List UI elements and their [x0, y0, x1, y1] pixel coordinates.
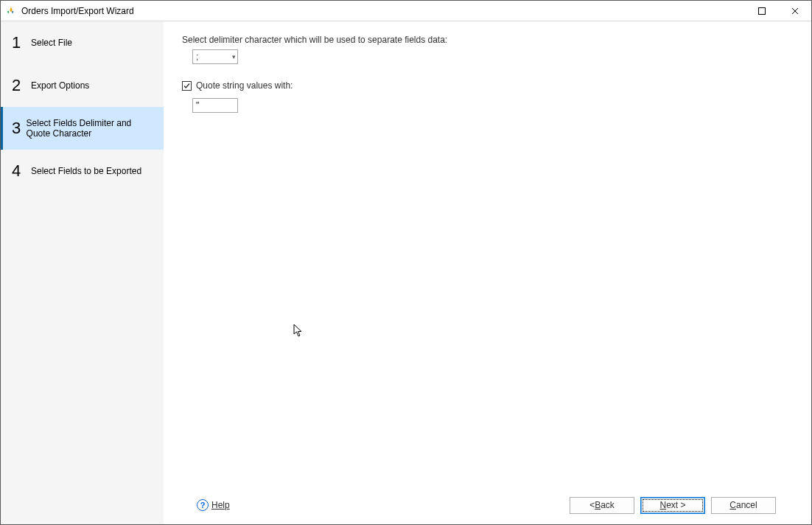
app-icon — [5, 5, 17, 17]
help-link[interactable]: ? Help — [197, 499, 230, 511]
wizard-body: 1 Select File 2 Export Options 3 Select … — [1, 21, 811, 524]
maximize-button[interactable] — [745, 1, 778, 21]
step-export-options[interactable]: 2 Export Options — [1, 64, 164, 107]
step-select-file[interactable]: 1 Select File — [1, 21, 164, 64]
steps-sidebar: 1 Select File 2 Export Options 3 Select … — [1, 21, 164, 524]
step-number: 4 — [12, 161, 31, 181]
quote-checkbox[interactable] — [182, 81, 192, 91]
svg-rect-0 — [758, 7, 765, 14]
chevron-down-icon: ▾ — [232, 53, 236, 60]
delimiter-instruction: Select delimiter character which will be… — [182, 35, 794, 45]
delimiter-combo[interactable]: ; ▾ — [192, 49, 238, 64]
step-number: 1 — [12, 33, 31, 52]
close-button[interactable] — [778, 1, 811, 21]
back-button[interactable]: < Back — [570, 497, 634, 514]
quote-checkbox-row: Quote string values with: — [182, 80, 794, 91]
wizard-window: Orders Import/Export Wizard 1 Select Fil… — [0, 0, 812, 525]
help-label: Help — [211, 500, 230, 510]
footer: ? Help < Back Next > Cancel — [182, 486, 794, 524]
step-number: 3 — [12, 119, 27, 138]
delimiter-value: ; — [196, 52, 232, 62]
window-title: Orders Import/Export Wizard — [21, 6, 745, 16]
step-label: Select Fields to be Exported — [31, 166, 141, 176]
step-label: Export Options — [31, 80, 89, 91]
next-button[interactable]: Next > — [640, 497, 705, 514]
cancel-button[interactable]: Cancel — [711, 497, 776, 514]
help-icon: ? — [197, 499, 209, 511]
step-label: Select File — [31, 38, 72, 48]
step-delimiter-quote[interactable]: 3 Select Fields Delimiter and Quote Char… — [1, 107, 164, 150]
step-number: 2 — [12, 76, 31, 95]
quote-char-input[interactable] — [192, 98, 238, 113]
quote-checkbox-label: Quote string values with: — [196, 80, 293, 91]
step-label: Select Fields Delimiter and Quote Charac… — [27, 118, 156, 139]
step-fields-to-export[interactable]: 4 Select Fields to be Exported — [1, 150, 164, 192]
form-area: Select delimiter character which will be… — [182, 35, 794, 486]
window-controls — [745, 1, 811, 21]
main-panel: Select delimiter character which will be… — [164, 21, 811, 524]
titlebar: Orders Import/Export Wizard — [1, 1, 811, 21]
